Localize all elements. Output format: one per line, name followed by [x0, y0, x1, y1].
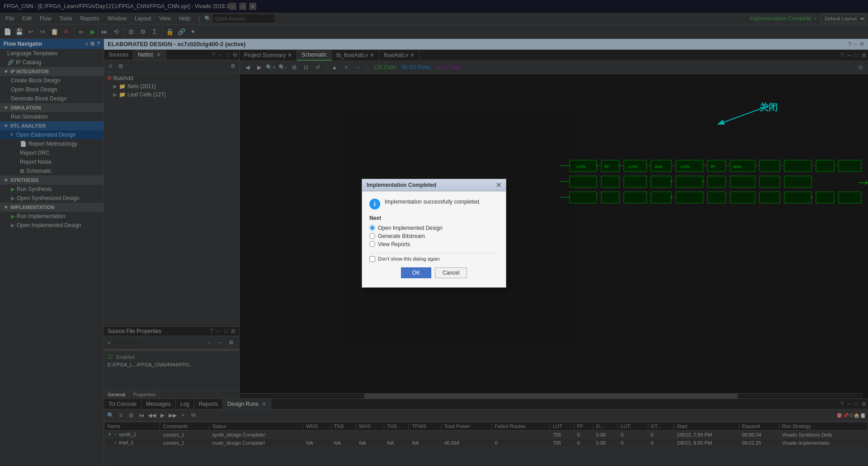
dont-show-again-checkbox[interactable] — [369, 256, 375, 262]
radio-gen-bitstream-input[interactable] — [369, 233, 375, 239]
radio-view-reports-label[interactable]: View Reports — [378, 241, 410, 247]
modal-info-text: Implementation successfully completed. — [385, 199, 481, 205]
modal-title-bar: Implementation Completed ✕ — [362, 179, 506, 191]
radio-open-impl-input[interactable] — [369, 225, 375, 231]
modal-cancel-button[interactable]: Cancel — [435, 267, 467, 278]
implementation-completed-dialog: Implementation Completed ✕ i Implementat… — [362, 179, 506, 288]
radio-open-impl-label[interactable]: Open Implemented Design — [378, 225, 443, 231]
radio-gen-bitstream: Generate Bitstream — [369, 232, 499, 240]
dont-show-again-row: Don't show this dialog again — [369, 253, 499, 264]
modal-footer: OK Cancel — [369, 264, 499, 280]
modal-next-label: Next — [369, 215, 499, 221]
modal-body: i Implementation successfully completed.… — [362, 191, 506, 287]
modal-close-button[interactable]: ✕ — [496, 181, 501, 189]
radio-open-impl: Open Implemented Design — [369, 224, 499, 232]
modal-title-text: Implementation Completed — [367, 182, 436, 188]
radio-view-reports: View Reports — [369, 240, 499, 248]
radio-gen-bitstream-label[interactable]: Generate Bitstream — [378, 233, 425, 239]
modal-next-section: Next Open Implemented Design Generate Bi… — [369, 215, 499, 248]
modal-overlay[interactable]: Implementation Completed ✕ i Implementat… — [0, 0, 868, 466]
modal-info-icon: i — [369, 199, 380, 209]
radio-view-reports-input[interactable] — [369, 241, 375, 247]
dont-show-again-label[interactable]: Don't show this dialog again — [378, 256, 440, 262]
modal-info-row: i Implementation successfully completed. — [369, 199, 499, 209]
modal-ok-button[interactable]: OK — [401, 267, 431, 278]
